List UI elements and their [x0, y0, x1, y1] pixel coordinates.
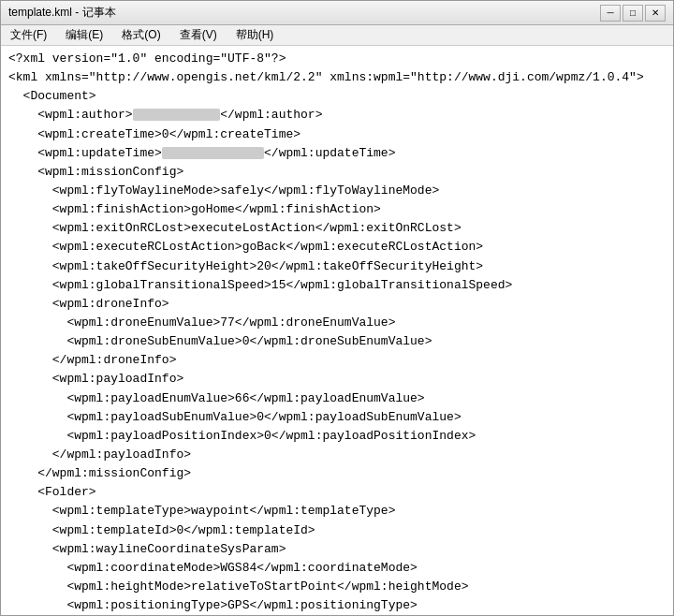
window-title: template.kml - 记事本: [8, 5, 600, 21]
xml-line: <wpml:droneSubEnumValue>0</wpml:droneSub…: [8, 332, 666, 351]
menu-bar: 文件(F) 编辑(E) 格式(O) 查看(V) 帮助(H): [1, 25, 673, 46]
menu-file[interactable]: 文件(F): [5, 26, 52, 44]
xml-line: <wpml:coordinateMode>WGS84</wpml:coordin…: [8, 559, 666, 578]
menu-view[interactable]: 查看(V): [174, 26, 223, 44]
minimize-button[interactable]: ─: [600, 5, 621, 22]
blurred-updatetime: [162, 147, 264, 159]
xml-line: <wpml:droneInfo>: [8, 295, 666, 314]
content-area[interactable]: <?xml version="1.0" encoding="UTF-8"?> <…: [1, 46, 673, 615]
xml-line: <wpml:heightMode>relativeToStartPoint</w…: [8, 578, 666, 596]
close-button[interactable]: ✕: [645, 5, 666, 22]
xml-line: <wpml:templateType>waypoint</wpml:templa…: [8, 502, 666, 521]
menu-format[interactable]: 格式(O): [116, 26, 166, 44]
title-bar: template.kml - 记事本 ─ □ ✕: [1, 1, 673, 25]
xml-line: <wpml:positioningType>GPS</wpml:position…: [8, 596, 666, 615]
xml-line: <wpml:globalTransitionalSpeed>15</wpml:g…: [8, 276, 666, 295]
xml-line: <wpml:executeRCLostAction>goBack</wpml:e…: [8, 238, 666, 257]
blurred-author: [133, 109, 221, 121]
window-controls: ─ □ ✕: [600, 5, 666, 22]
xml-line-author: <wpml:author> </wpml:author>: [8, 106, 666, 125]
xml-line: <Folder>: [8, 483, 666, 502]
menu-edit[interactable]: 编辑(E): [60, 26, 109, 44]
xml-line: <wpml:exitOnRCLost>executeLostAction</wp…: [8, 219, 666, 238]
menu-help[interactable]: 帮助(H): [230, 26, 280, 44]
xml-line: <wpml:payloadPositionIndex>0</wpml:paylo…: [8, 427, 666, 446]
xml-line: </wpml:payloadInfo>: [8, 446, 666, 464]
maximize-button[interactable]: □: [623, 5, 643, 22]
xml-line-updatetime: <wpml:updateTime> </wpml:updateTime>: [8, 144, 666, 163]
xml-line: <wpml:takeOffSecurityHeight>20</wpml:tak…: [8, 257, 666, 276]
xml-line: <wpml:templateId>0</wpml:templateId>: [8, 521, 666, 540]
xml-line: <wpml:createTime>0</wpml:createTime>: [8, 125, 666, 144]
xml-line: <Document>: [8, 87, 666, 106]
xml-line: <wpml:droneEnumValue>77</wpml:droneEnumV…: [8, 314, 666, 332]
xml-line: <wpml:payloadInfo>: [8, 370, 666, 389]
xml-line: <wpml:payloadSubEnumValue>0</wpml:payloa…: [8, 408, 666, 427]
xml-line: <wpml:waylineCoordinateSysParam>: [8, 540, 666, 559]
content-wrapper: <?xml version="1.0" encoding="UTF-8"?> <…: [8, 50, 666, 615]
xml-line: <wpml:missionConfig>: [8, 163, 666, 182]
notepad-window: template.kml - 记事本 ─ □ ✕ 文件(F) 编辑(E) 格式(…: [0, 0, 674, 616]
xml-line: <wpml:payloadEnumValue>66</wpml:payloadE…: [8, 389, 666, 408]
xml-line: </wpml:missionConfig>: [8, 464, 666, 483]
xml-line: <?xml version="1.0" encoding="UTF-8"?>: [8, 50, 666, 68]
xml-line: <wpml:flyToWaylineMode>safely</wpml:flyT…: [8, 182, 666, 200]
xml-line: </wpml:droneInfo>: [8, 351, 666, 370]
xml-line: <wpml:finishAction>goHome</wpml:finishAc…: [8, 200, 666, 219]
xml-line: <kml xmlns="http://www.opengis.net/kml/2…: [8, 68, 666, 87]
